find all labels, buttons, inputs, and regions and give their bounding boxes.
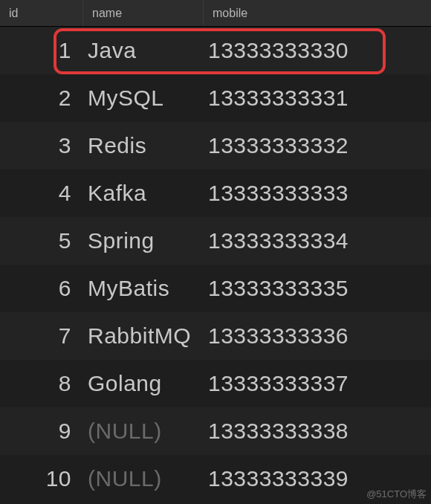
table-row[interactable]: 1Java13333333330 <box>0 27 431 74</box>
cell-id[interactable]: 4 <box>0 169 83 217</box>
cell-id[interactable]: 7 <box>0 312 83 360</box>
cell-id[interactable]: 8 <box>0 360 83 407</box>
cell-id[interactable]: 2 <box>0 74 83 122</box>
cell-name[interactable]: Java <box>83 27 204 74</box>
table-row[interactable]: 9(NULL)13333333338 <box>0 407 431 455</box>
cell-mobile[interactable]: 13333333338 <box>204 407 431 455</box>
column-header-id[interactable]: id <box>0 0 83 26</box>
cell-id[interactable]: 3 <box>0 122 83 169</box>
watermark: @51CTO博客 <box>366 488 427 501</box>
cell-mobile[interactable]: 13333333332 <box>204 122 431 169</box>
cell-mobile[interactable]: 13333333335 <box>204 265 431 312</box>
cell-id[interactable]: 10 <box>0 455 83 503</box>
column-header-name[interactable]: name <box>83 0 204 26</box>
cell-name[interactable]: Kafka <box>83 169 204 217</box>
cell-mobile[interactable]: 13333333331 <box>204 74 431 122</box>
cell-id[interactable]: 1 <box>0 27 83 74</box>
cell-name[interactable]: Spring <box>83 217 204 265</box>
cell-id[interactable]: 5 <box>0 217 83 265</box>
table-header: id name mobile <box>0 0 431 27</box>
table-row[interactable]: 4Kafka13333333333 <box>0 169 431 217</box>
cell-name[interactable]: (NULL) <box>83 455 204 503</box>
table-row[interactable]: 6MyBatis13333333335 <box>0 265 431 312</box>
table-row[interactable]: 7RabbitMQ13333333336 <box>0 312 431 360</box>
cell-mobile[interactable]: 13333333336 <box>204 312 431 360</box>
table-row[interactable]: 2MySQL13333333331 <box>0 74 431 122</box>
cell-mobile[interactable]: 13333333334 <box>204 217 431 265</box>
cell-mobile[interactable]: 13333333337 <box>204 360 431 407</box>
cell-name[interactable]: Golang <box>83 360 204 407</box>
table-row[interactable]: 8Golang13333333337 <box>0 360 431 407</box>
cell-name[interactable]: Redis <box>83 122 204 169</box>
cell-name[interactable]: MySQL <box>83 74 204 122</box>
cell-mobile[interactable]: 13333333330 <box>204 27 431 74</box>
cell-name[interactable]: (NULL) <box>83 407 204 455</box>
cell-mobile[interactable]: 13333333333 <box>204 169 431 217</box>
cell-id[interactable]: 6 <box>0 265 83 312</box>
cell-id[interactable]: 9 <box>0 407 83 455</box>
table-row[interactable]: 3Redis13333333332 <box>0 122 431 169</box>
column-header-mobile[interactable]: mobile <box>204 0 431 26</box>
cell-name[interactable]: RabbitMQ <box>83 312 204 360</box>
table-row[interactable]: 5Spring13333333334 <box>0 217 431 265</box>
table-body: 1Java133333333302MySQL133333333313Redis1… <box>0 27 431 503</box>
cell-name[interactable]: MyBatis <box>83 265 204 312</box>
